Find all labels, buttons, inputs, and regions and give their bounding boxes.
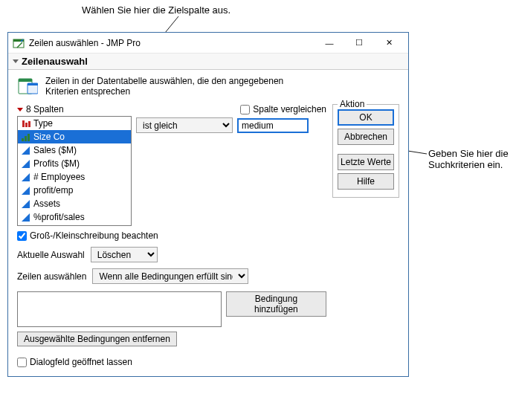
operator-select[interactable]: ist gleich bbox=[136, 117, 233, 133]
titlebar[interactable]: Zeilen auswählen - JMP Pro — ☐ ✕ bbox=[8, 33, 408, 54]
column-item-label: profit/emp bbox=[33, 185, 73, 196]
compare-column-checkbox[interactable] bbox=[240, 105, 250, 114]
action-legend: Aktion bbox=[338, 99, 367, 109]
column-item-label: Type bbox=[33, 118, 53, 129]
columns-menu-icon bbox=[17, 108, 23, 112]
add-condition-button[interactable]: Bedingung hinzufügen bbox=[226, 291, 326, 317]
svg-rect-7 bbox=[28, 83, 38, 85]
column-item-label: Sales ($M) bbox=[33, 145, 77, 155]
dialog-window: Zeilen auswählen - JMP Pro — ☐ ✕ Zeilena… bbox=[7, 32, 409, 377]
column-type-icon bbox=[21, 132, 30, 142]
column-item-label: Assets bbox=[33, 198, 60, 209]
app-icon bbox=[13, 37, 25, 49]
panel-disclosure[interactable]: Zeilenauswahl bbox=[8, 54, 408, 70]
column-item[interactable]: Size Co bbox=[18, 130, 131, 143]
keep-open-checkbox[interactable] bbox=[17, 358, 27, 367]
column-item[interactable]: %profit/sales bbox=[18, 210, 131, 224]
select-rows-mode[interactable]: Wenn alle Bedingungen erfüllt sind bbox=[92, 268, 248, 284]
panel-title: Zeilenauswahl bbox=[22, 56, 88, 67]
columns-header[interactable]: 8 Spalten bbox=[17, 104, 132, 114]
current-selection-label: Aktuelle Auswahl bbox=[17, 250, 85, 260]
case-sensitive-checkbox[interactable] bbox=[17, 231, 27, 241]
window-title: Zeilen auswählen - JMP Pro bbox=[29, 38, 315, 48]
column-type-icon bbox=[21, 146, 30, 155]
current-selection-select[interactable]: Löschen bbox=[91, 247, 158, 262]
column-type-icon bbox=[21, 119, 30, 129]
panel-icon bbox=[17, 76, 38, 97]
minimize-button[interactable]: — bbox=[315, 33, 344, 53]
panel-description: Zeilen in der Datentabelle auswählen, di… bbox=[45, 76, 298, 97]
svg-rect-9 bbox=[25, 123, 28, 127]
svg-marker-17 bbox=[22, 187, 30, 195]
column-item[interactable]: # Employees bbox=[18, 170, 131, 184]
cancel-button[interactable]: Abbrechen bbox=[338, 129, 394, 145]
svg-marker-14 bbox=[22, 146, 30, 155]
svg-marker-19 bbox=[22, 213, 30, 222]
svg-rect-8 bbox=[22, 120, 25, 127]
svg-rect-12 bbox=[25, 136, 27, 141]
column-item[interactable]: Profits ($M) bbox=[18, 157, 131, 170]
column-item[interactable]: Type bbox=[18, 117, 131, 130]
svg-marker-18 bbox=[22, 200, 30, 208]
keep-open-label: Dialogfeld geöffnet lassen bbox=[30, 357, 132, 367]
svg-rect-11 bbox=[22, 138, 24, 141]
case-sensitive-label: Groß-/Kleinschreibung beachten bbox=[30, 230, 158, 241]
column-item-label: %profit/sales bbox=[33, 212, 85, 222]
columns-count-label: 8 Spalten bbox=[26, 104, 64, 114]
column-item-label: # Employees bbox=[33, 172, 85, 182]
action-panel: Aktion OK Abbrechen Letzte Werte Hilfe bbox=[332, 104, 399, 198]
svg-marker-15 bbox=[22, 160, 30, 168]
value-input[interactable] bbox=[237, 118, 309, 133]
svg-rect-10 bbox=[28, 121, 30, 127]
column-type-icon bbox=[21, 186, 30, 196]
compare-column-label: Spalte vergleichen bbox=[253, 104, 326, 114]
columns-list[interactable]: TypeSize CoSales ($M)Profits ($M)# Emplo… bbox=[17, 116, 132, 226]
column-item[interactable]: profit/emp bbox=[18, 184, 131, 197]
help-button[interactable]: Hilfe bbox=[338, 173, 394, 190]
svg-rect-5 bbox=[19, 79, 32, 82]
svg-rect-13 bbox=[28, 134, 30, 141]
column-item[interactable]: Sales ($M) bbox=[18, 143, 131, 157]
select-rows-label: Zeilen auswählen bbox=[17, 271, 86, 282]
ok-button[interactable]: OK bbox=[338, 109, 394, 126]
annotation-top: Wählen Sie hier die Zielspalte aus. bbox=[82, 4, 230, 16]
column-type-icon bbox=[21, 159, 30, 169]
disclosure-triangle-icon bbox=[13, 59, 19, 63]
column-type-icon bbox=[21, 172, 30, 182]
conditions-list[interactable] bbox=[17, 291, 222, 327]
svg-marker-16 bbox=[22, 173, 30, 181]
column-type-icon bbox=[21, 213, 30, 222]
recall-button[interactable]: Letzte Werte bbox=[338, 154, 394, 170]
annotation-right: Geben Sie hier die Suchkriterien ein. bbox=[428, 148, 514, 170]
maximize-button[interactable]: ☐ bbox=[344, 33, 374, 53]
column-item[interactable]: Assets bbox=[18, 197, 131, 210]
close-button[interactable]: ✕ bbox=[374, 33, 404, 53]
remove-condition-button[interactable]: Ausgewählte Bedingungen entfernen bbox=[17, 332, 177, 346]
column-item-label: Size Co bbox=[33, 132, 65, 142]
column-item-label: Profits ($M) bbox=[33, 158, 80, 169]
column-type-icon bbox=[21, 199, 30, 209]
